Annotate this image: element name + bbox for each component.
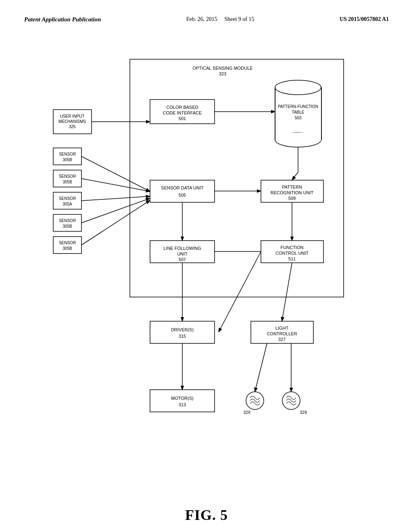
- pattern-recognition-label1: PATTERN: [282, 185, 302, 189]
- motor-coil-1: [250, 396, 260, 399]
- sensor-5-number: 305B: [63, 246, 72, 251]
- sensor-4-box: [53, 214, 81, 231]
- motor-coil-4: [286, 396, 296, 399]
- sensor-1-number: 305B: [63, 158, 72, 162]
- header-patent-number: US 2015/0057802 A1: [340, 16, 389, 23]
- header-date: Feb. 26, 2015: [186, 16, 217, 22]
- sensor-3-label: SENSOR: [59, 196, 76, 201]
- motor-coil-3: [250, 402, 260, 405]
- sensor-1-label: SENSOR: [59, 152, 76, 156]
- line-following-label1: LINE FOLLOWING: [163, 246, 201, 251]
- drivers-number: 315: [179, 334, 186, 339]
- motor-unit-1-number: 329: [243, 410, 250, 415]
- optical-sensing-module-label: OPTICAL SENSING MODULE: [192, 66, 252, 71]
- motor-coil-5: [286, 399, 296, 402]
- header-date-sheet: Feb. 26, 2015 Sheet 9 of 15: [186, 16, 254, 23]
- header-sheet: Sheet 9 of 15: [224, 16, 254, 22]
- drivers-label: DRIVER(S): [171, 327, 194, 332]
- color-based-label2: CODE INTERFACE: [163, 110, 202, 115]
- function-control-number: 511: [288, 256, 296, 261]
- motors-box: [150, 390, 215, 412]
- sensor-4-label: SENSOR: [59, 218, 76, 223]
- sensor-2-label: SENSOR: [59, 174, 76, 179]
- header-publication-label: Patent Application Publication: [24, 16, 101, 23]
- optical-sensing-module-number: 323: [219, 71, 226, 76]
- cylinder-cover: [275, 133, 321, 141]
- figure-label: FIG. 5: [24, 507, 389, 524]
- line-following-number: 507: [179, 257, 186, 262]
- page-header: Patent Application Publication Feb. 26, …: [24, 16, 389, 23]
- motors-label: MOTOR(S): [171, 396, 193, 401]
- motor-coil-6: [286, 402, 296, 405]
- lc-to-motor1-arrow: [255, 343, 267, 392]
- sensor-5-box: [53, 237, 81, 254]
- sensor-3-box: [53, 192, 81, 209]
- light-controller-label1: LIGHT: [275, 326, 289, 330]
- sensor-2-number: 305B: [63, 180, 72, 184]
- color-based-label1: COLOR BASED: [166, 105, 198, 110]
- user-input-label1: USER INPUT: [60, 114, 85, 118]
- pattern-recognition-label2: RECOGNITION UNIT: [271, 190, 314, 195]
- color-based-number: 501: [179, 116, 186, 121]
- function-control-label2: CONTROL UNIT: [275, 251, 309, 256]
- user-input-label2: MECHANISMS: [58, 119, 86, 124]
- line-following-label2: UNIT: [177, 251, 188, 256]
- sensor-data-unit-box: [150, 180, 215, 202]
- pft-number: 503: [295, 116, 302, 120]
- sensor-3-number: 305A: [63, 202, 72, 206]
- pft-label1: PATTERN-FUNCTION: [278, 104, 318, 109]
- pattern-recognition-number: 509: [288, 196, 296, 201]
- sensor-1-box: [53, 148, 81, 165]
- function-control-label1: FUNCTION: [281, 245, 304, 250]
- light-controller-number: 327: [278, 337, 286, 342]
- sensor-data-unit-number: 505: [179, 193, 186, 197]
- patent-diagram: OPTICAL SENSING MODULE 323 USER INPUT ME…: [41, 47, 372, 490]
- user-input-number: 325: [69, 125, 76, 129]
- sensor-2-box: [53, 170, 81, 187]
- motor-unit-2-number: 329: [300, 410, 307, 415]
- pattern-function-table-top: [275, 80, 321, 95]
- diagram-area: OPTICAL SENSING MODULE 323 USER INPUT ME…: [24, 47, 389, 490]
- drivers-box: [150, 321, 215, 343]
- motors-number: 313: [179, 402, 186, 407]
- sensor-data-unit-label: SENSOR DATA UNIT: [161, 185, 204, 190]
- sensor-5-label: SENSOR: [59, 241, 76, 245]
- sensor-4-number: 305B: [63, 224, 72, 229]
- pft-label2: TABLE: [292, 110, 305, 114]
- motor-coil-2: [250, 399, 260, 402]
- light-controller-label2: CONTROLLER: [267, 331, 297, 336]
- page: Patent Application Publication Feb. 26, …: [0, 0, 413, 532]
